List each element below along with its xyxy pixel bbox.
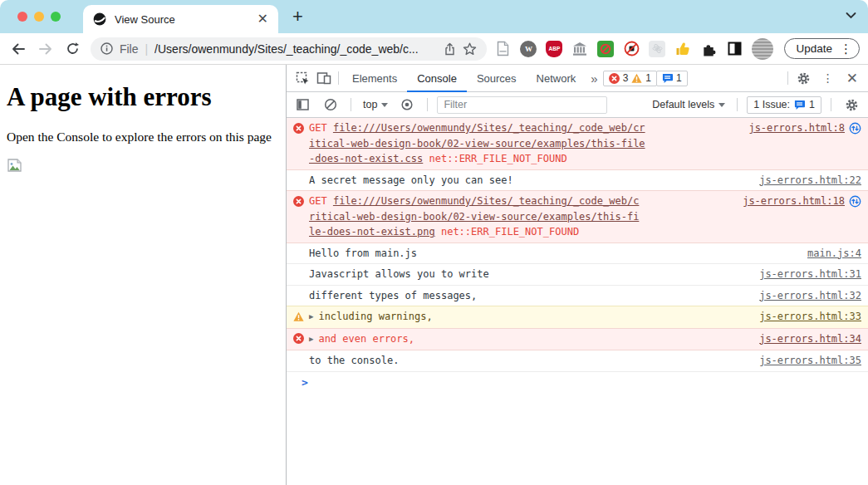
address-bar[interactable]: File | /Users/owenmundy/Sites/_teaching/… bbox=[91, 37, 488, 61]
console-toolbar: top Default levels 1 Issue: 1 bbox=[287, 92, 868, 118]
source-link[interactable]: js-errors.html:18 bbox=[743, 194, 845, 209]
share-icon[interactable] bbox=[444, 42, 456, 56]
forward-icon[interactable] bbox=[36, 39, 56, 59]
archive-icon[interactable] bbox=[571, 41, 588, 57]
devtools-tabbar: ElementsConsoleSourcesNetwork » 3 1 1 ⋮ … bbox=[287, 65, 868, 92]
new-tab-button[interactable]: + bbox=[292, 7, 303, 26]
settings-gear-icon[interactable] bbox=[793, 67, 815, 89]
console-message-row: js-errors.html:33▶including warnings, bbox=[287, 306, 868, 329]
browser-menu-icon[interactable]: ⋮ bbox=[840, 42, 852, 55]
context-selector[interactable]: top bbox=[360, 99, 390, 110]
source-link[interactable]: js-errors.html:31 bbox=[759, 267, 861, 282]
filter-input[interactable] bbox=[437, 96, 607, 114]
error-warning-badge[interactable]: 3 1 bbox=[603, 71, 657, 86]
adblock-plus-icon[interactable]: ABP bbox=[546, 41, 562, 57]
console-settings-gear-icon[interactable] bbox=[841, 94, 862, 115]
back-icon[interactable] bbox=[8, 39, 28, 59]
window-controls bbox=[17, 12, 61, 22]
extensions-area: W ABP bbox=[494, 38, 773, 60]
message-text: including warnings, bbox=[318, 311, 432, 322]
source-link[interactable]: js-errors.html:35 bbox=[759, 353, 861, 369]
source-link[interactable]: js-errors.html:34 bbox=[759, 331, 861, 347]
thumbs-up-icon[interactable] bbox=[674, 41, 691, 57]
info-icon[interactable] bbox=[101, 42, 113, 55]
log-levels-selector[interactable]: Default levels bbox=[650, 99, 728, 110]
expand-triangle-icon[interactable]: ▶ bbox=[309, 331, 313, 347]
console-message-row: js-errors.html:31Javascript allows you t… bbox=[287, 264, 868, 286]
console-prompt[interactable]: > bbox=[287, 372, 868, 393]
source-location: js-errors.html:34 bbox=[759, 331, 861, 347]
green-blocker-icon[interactable] bbox=[597, 41, 614, 57]
profile-avatar[interactable] bbox=[752, 38, 773, 60]
console-sidebar-icon[interactable] bbox=[292, 94, 314, 115]
message-text: Hello from main.js bbox=[309, 247, 417, 259]
devtools-tab-elements[interactable]: Elements bbox=[342, 65, 407, 92]
inspect-element-icon[interactable] bbox=[292, 67, 313, 89]
clear-console-icon[interactable] bbox=[320, 94, 341, 115]
expand-triangle-icon[interactable]: ▶ bbox=[309, 309, 313, 325]
source-location: js-errors.html:31 bbox=[759, 267, 861, 282]
devtools-tab-network[interactable]: Network bbox=[527, 65, 586, 92]
refresh-icon[interactable] bbox=[63, 39, 83, 59]
faded-extension-icon[interactable] bbox=[649, 41, 665, 57]
devtools-menu-icon[interactable]: ⋮ bbox=[817, 72, 840, 84]
source-link[interactable]: js-errors.html:8 bbox=[748, 120, 845, 136]
source-location: js-errors.html:33 bbox=[759, 309, 861, 325]
source-location: js-errors.html:22 bbox=[759, 173, 861, 189]
zoom-window-button[interactable] bbox=[51, 12, 61, 22]
browser-window: View Source ✕ + File | /Users/owenmundy/… bbox=[0, 0, 868, 485]
error-badge-icon bbox=[609, 73, 620, 84]
divider bbox=[787, 71, 788, 85]
initiator-stack-icon[interactable] bbox=[849, 195, 861, 208]
source-link[interactable]: js-errors.html:32 bbox=[759, 288, 861, 304]
initiator-stack-icon[interactable] bbox=[849, 122, 861, 135]
issue-bubble-icon bbox=[794, 100, 805, 110]
error-icon bbox=[293, 123, 304, 134]
divider bbox=[338, 71, 339, 85]
source-location: js-errors.html:35 bbox=[759, 353, 861, 369]
contrast-icon[interactable] bbox=[726, 41, 743, 57]
console-toolbar-right: Default levels 1 Issue: 1 bbox=[650, 94, 862, 115]
no-entry-icon[interactable] bbox=[623, 41, 640, 57]
browser-tab[interactable]: View Source ✕ bbox=[83, 5, 278, 33]
devtools-tab-console[interactable]: Console bbox=[407, 65, 467, 92]
devtools-close-icon[interactable]: ✕ bbox=[841, 71, 863, 86]
bookmark-star-icon[interactable] bbox=[463, 42, 477, 56]
divider bbox=[831, 98, 831, 111]
url-text[interactable]: /Users/owenmundy/Sites/_teaching/_code_w… bbox=[154, 42, 437, 56]
source-link[interactable]: js-errors.html:33 bbox=[759, 309, 861, 325]
divider bbox=[427, 98, 428, 111]
document-icon[interactable] bbox=[494, 41, 511, 57]
divider bbox=[351, 98, 351, 111]
error-status: net::ERR_FILE_NOT_FOUND bbox=[435, 226, 579, 238]
minimize-window-button[interactable] bbox=[34, 12, 44, 22]
url-divider: | bbox=[145, 42, 148, 56]
live-expression-eye-icon[interactable] bbox=[396, 94, 418, 115]
error-icon bbox=[293, 333, 304, 344]
globe-favicon bbox=[93, 12, 106, 26]
warning-icon bbox=[293, 311, 304, 321]
source-link[interactable]: js-errors.html:22 bbox=[759, 173, 861, 189]
wayback-machine-icon[interactable]: W bbox=[520, 41, 537, 57]
update-label: Update bbox=[796, 42, 832, 55]
request-method: GET bbox=[309, 122, 333, 134]
issues-badge[interactable]: 1 bbox=[656, 71, 688, 86]
device-toolbar-icon[interactable] bbox=[313, 67, 335, 89]
console-message-row: js-errors.html:35to the console. bbox=[287, 350, 868, 372]
tab-search-chevron-icon[interactable] bbox=[846, 12, 856, 19]
tab-close-icon[interactable]: ✕ bbox=[257, 12, 268, 26]
broken-image-icon bbox=[7, 157, 23, 174]
update-button[interactable]: Update ⋮ bbox=[784, 38, 860, 59]
issues-button[interactable]: 1 Issue: 1 bbox=[747, 96, 821, 114]
source-link[interactable]: main.js:4 bbox=[807, 246, 861, 262]
more-tabs-icon[interactable]: » bbox=[586, 71, 602, 86]
source-location: js-errors.html:32 bbox=[759, 288, 861, 304]
puzzle-extensions-icon[interactable] bbox=[700, 41, 717, 57]
devtools-controls: ⋮ ✕ bbox=[784, 67, 863, 89]
tab-title: View Source bbox=[115, 13, 257, 26]
devtools-tab-sources[interactable]: Sources bbox=[467, 65, 527, 92]
console-message-row: js-errors.html:8GET file:///Users/owenmu… bbox=[287, 118, 868, 170]
divider bbox=[737, 98, 738, 111]
close-window-button[interactable] bbox=[17, 12, 27, 22]
source-location: js-errors.html:18 bbox=[743, 194, 861, 209]
